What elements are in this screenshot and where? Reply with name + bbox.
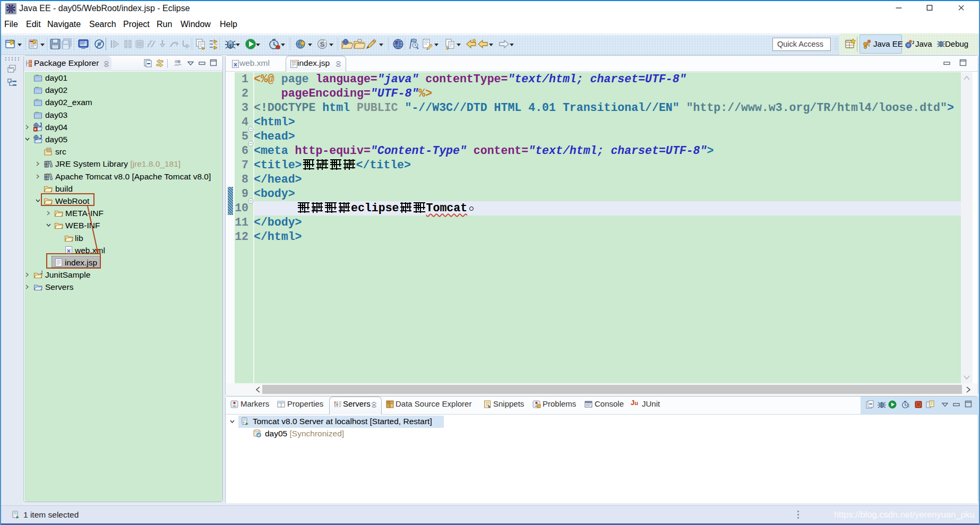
svg-text:J: J: [912, 39, 914, 45]
